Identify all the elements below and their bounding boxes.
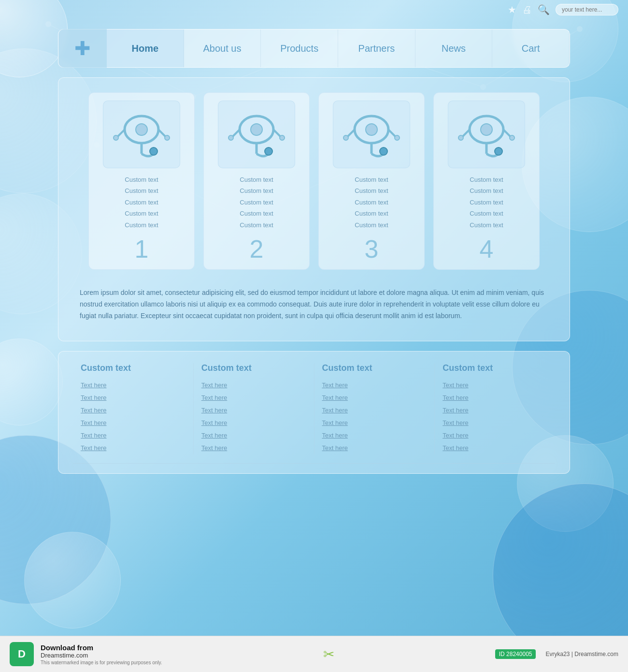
footer-link[interactable]: Text here — [322, 379, 427, 392]
footer-link[interactable]: Text here — [201, 442, 306, 454]
footer-col-2-title: Custom text — [201, 363, 306, 373]
card-1-number: 1 — [135, 236, 149, 262]
nav-item-partners[interactable]: Partners — [338, 29, 415, 67]
nav-item-about[interactable]: About us — [184, 29, 261, 67]
product-card-2[interactable]: Custom text Custom text Custom text Cust… — [203, 92, 310, 270]
nav-item-products[interactable]: Products — [261, 29, 338, 67]
svg-point-33 — [380, 147, 387, 155]
lorem-text: Lorem ipsum dolor sit amet, consectetur … — [80, 287, 548, 321]
search-input[interactable] — [556, 4, 618, 15]
footer-link[interactable]: Text here — [322, 442, 427, 454]
footer-col-1: Custom text Text here Text here Text her… — [73, 363, 194, 454]
stethoscope-icon-1 — [110, 108, 173, 161]
svg-line-36 — [388, 130, 396, 137]
svg-line-18 — [117, 130, 125, 137]
svg-point-31 — [366, 124, 377, 135]
footer-link[interactable]: Text here — [81, 392, 186, 404]
footer-link[interactable]: Text here — [81, 417, 186, 429]
footer-link[interactable]: Text here — [442, 392, 547, 404]
footer-link[interactable]: Text here — [322, 417, 427, 429]
card-3-number: 3 — [365, 236, 379, 262]
svg-point-15 — [136, 124, 147, 135]
nav-item-news[interactable]: News — [415, 29, 493, 67]
svg-line-44 — [503, 130, 511, 137]
stethoscope-icon-4 — [455, 108, 518, 161]
svg-point-35 — [343, 135, 348, 140]
footer-link[interactable]: Text here — [81, 404, 186, 417]
nav-item-home[interactable]: Home — [107, 29, 184, 67]
dreamstime-text: Download from Dreamstime.com This waterm… — [41, 643, 162, 665]
download-label: Download from — [41, 643, 162, 652]
footer-link[interactable]: Text here — [201, 417, 306, 429]
card-image-4 — [448, 101, 525, 168]
card-3-text: Custom text Custom text Custom text Cust… — [327, 174, 416, 231]
footer-link[interactable]: Text here — [322, 429, 427, 442]
footer-link[interactable]: Text here — [442, 429, 547, 442]
footer-link[interactable]: Text here — [442, 442, 547, 454]
footer-link[interactable]: Text here — [81, 442, 186, 454]
footer-col-2: Custom text Text here Text here Text her… — [194, 363, 314, 454]
product-card-3[interactable]: Custom text Custom text Custom text Cust… — [318, 92, 425, 270]
svg-line-28 — [273, 130, 281, 137]
product-card-1[interactable]: Custom text Custom text Custom text Cust… — [88, 92, 195, 270]
card-image-2 — [218, 101, 295, 168]
card-4-text: Custom text Custom text Custom text Cust… — [442, 174, 531, 231]
product-card-4[interactable]: Custom text Custom text Custom text Cust… — [433, 92, 540, 270]
nav-item-cart[interactable]: Cart — [492, 29, 570, 67]
svg-point-23 — [251, 124, 262, 135]
main-wrapper: ✚ Home About us Products Partners News C… — [58, 29, 570, 474]
svg-point-27 — [228, 135, 233, 140]
id-badge: ID 28240005 — [495, 649, 536, 659]
svg-line-42 — [462, 130, 470, 137]
card-image-3 — [333, 101, 410, 168]
svg-point-19 — [114, 135, 118, 140]
search-icon[interactable]: 🔍 — [538, 4, 550, 15]
footer-col-3-title: Custom text — [322, 363, 427, 373]
nav-logo: ✚ — [58, 29, 107, 68]
footer-col-3: Custom text Text here Text here Text her… — [314, 363, 435, 454]
svg-point-45 — [510, 135, 514, 140]
nav-items: Home About us Products Partners News Car… — [107, 29, 570, 67]
svg-point-6 — [45, 21, 51, 27]
footer-link[interactable]: Text here — [201, 392, 306, 404]
card-4-number: 4 — [480, 236, 494, 262]
stethoscope-icon-3 — [340, 108, 403, 161]
svg-point-43 — [458, 135, 463, 140]
navigation: ✚ Home About us Products Partners News C… — [58, 29, 570, 68]
svg-point-21 — [165, 135, 170, 140]
footer-link[interactable]: Text here — [201, 379, 306, 392]
footer-link[interactable]: Text here — [322, 392, 427, 404]
print-icon[interactable]: 🖨 — [522, 4, 532, 15]
footer-col-4: Custom text Text here Text here Text her… — [435, 363, 555, 454]
footer-link[interactable]: Text here — [322, 404, 427, 417]
footer-link[interactable]: Text here — [201, 404, 306, 417]
footer-link[interactable]: Text here — [201, 429, 306, 442]
svg-point-29 — [280, 135, 285, 140]
footer-section: Custom text Text here Text here Text her… — [58, 351, 570, 474]
svg-line-34 — [347, 130, 355, 137]
footer-link[interactable]: Text here — [442, 379, 547, 392]
site-name[interactable]: Dreamstime.com — [41, 652, 88, 659]
svg-point-17 — [150, 147, 157, 155]
cards-row: Custom text Custom text Custom text Cust… — [68, 92, 560, 270]
card-2-text: Custom text Custom text Custom text Cust… — [212, 174, 301, 231]
footer-columns: Custom text Text here Text here Text her… — [73, 363, 555, 454]
card-image-1 — [103, 101, 180, 168]
footer-link[interactable]: Text here — [81, 429, 186, 442]
lorem-section: Lorem ipsum dolor sit amet, consectetur … — [68, 278, 560, 331]
author-label: Evryka23 | Dreamstime.com — [545, 651, 618, 657]
svg-point-41 — [495, 147, 502, 155]
bottom-bar: D Download from Dreamstime.com This wate… — [0, 636, 628, 672]
top-bar: ★ 🖨 🔍 — [508, 4, 618, 15]
card-2-number: 2 — [250, 236, 264, 262]
footer-link[interactable]: Text here — [81, 379, 186, 392]
star-icon[interactable]: ★ — [508, 4, 516, 15]
dreamstime-right: ID 28240005 Evryka23 | Dreamstime.com — [495, 649, 618, 659]
svg-point-10 — [577, 26, 583, 32]
footer-col-4-title: Custom text — [442, 363, 547, 373]
footer-link[interactable]: Text here — [442, 404, 547, 417]
footer-divider — [73, 463, 555, 464]
svg-line-26 — [232, 130, 240, 137]
footer-link[interactable]: Text here — [442, 417, 547, 429]
footer-col-1-title: Custom text — [81, 363, 186, 373]
